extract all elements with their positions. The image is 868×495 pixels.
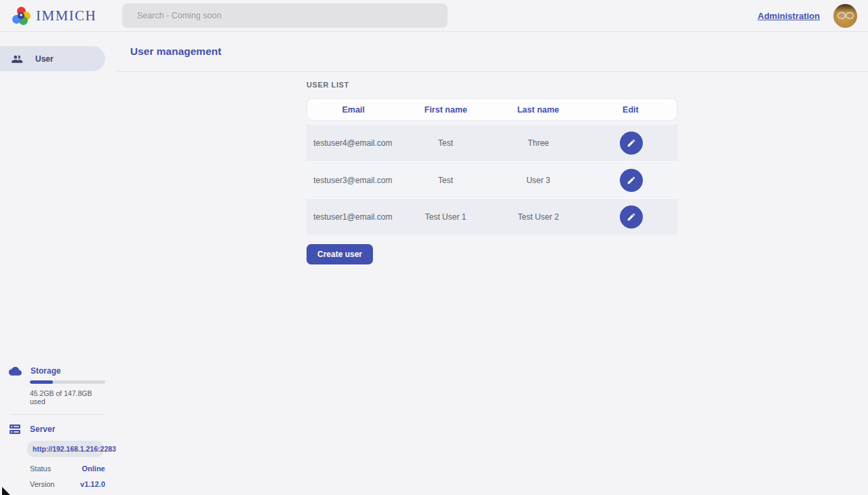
server-status-value: Online bbox=[82, 464, 105, 473]
user-table: Email First name Last name Edit testuser… bbox=[307, 98, 677, 235]
table-body: testuser4@email.com Test Three te bbox=[307, 125, 677, 235]
server-version-label: Version bbox=[30, 480, 55, 488]
administration-link[interactable]: Administration bbox=[757, 11, 820, 21]
sidebar-divider bbox=[10, 414, 105, 415]
page-header: User management bbox=[116, 32, 868, 72]
create-user-button[interactable]: Create user bbox=[307, 244, 373, 264]
top-bar: ✦ IMMICH Administration bbox=[0, 0, 868, 32]
server-title: Server bbox=[30, 424, 55, 434]
glasses-icon bbox=[837, 12, 854, 20]
edit-user-button[interactable] bbox=[620, 132, 643, 155]
server-status-label: Status bbox=[30, 464, 51, 473]
cell-first-name: Test bbox=[399, 176, 492, 185]
column-header-email: Email bbox=[307, 105, 399, 115]
cell-email: testuser4@email.com bbox=[307, 138, 399, 148]
cell-first-name: Test User 1 bbox=[399, 212, 492, 222]
storage-progress-fill bbox=[30, 380, 53, 384]
server-icon bbox=[9, 424, 21, 435]
edit-user-button[interactable] bbox=[620, 205, 643, 229]
table-row: testuser4@email.com Test Three bbox=[307, 125, 677, 161]
column-header-edit: Edit bbox=[585, 105, 677, 115]
edit-user-button[interactable] bbox=[620, 169, 643, 192]
brand: ✦ IMMICH bbox=[0, 7, 122, 25]
pencil-icon bbox=[627, 176, 636, 185]
server-url-badge: http://192.168.1.216:2283 bbox=[27, 441, 104, 457]
user-list-label: USER LIST bbox=[307, 81, 868, 89]
pencil-icon bbox=[627, 138, 636, 148]
sidebar-item-user-label: User bbox=[35, 54, 54, 64]
table-row: testuser1@email.com Test User 1 Test Use… bbox=[307, 198, 677, 235]
storage-title: Storage bbox=[31, 366, 61, 376]
cell-email: testuser3@email.com bbox=[307, 176, 399, 185]
cloud-icon bbox=[9, 366, 22, 376]
users-icon bbox=[10, 54, 23, 64]
mouse-cursor bbox=[0, 485, 14, 495]
table-header-row: Email First name Last name Edit bbox=[307, 98, 677, 121]
sidebar-item-user[interactable]: User bbox=[0, 46, 105, 71]
cell-last-name: Test User 2 bbox=[492, 212, 585, 222]
cell-email: testuser1@email.com bbox=[307, 212, 399, 222]
cell-first-name: Test bbox=[399, 138, 492, 148]
brand-name: IMMICH bbox=[36, 7, 97, 24]
cell-last-name: Three bbox=[492, 138, 585, 148]
storage-usage-text: 45.2GB of 147.8GB used bbox=[30, 389, 105, 405]
page-title: User management bbox=[130, 45, 221, 58]
column-header-first-name: First name bbox=[399, 105, 492, 115]
sidebar: User Storage 45.2GB of 147.8GB used bbox=[0, 32, 116, 495]
column-header-last-name: Last name bbox=[492, 105, 585, 115]
pencil-icon bbox=[627, 212, 636, 222]
server-version-value: v1.12.0 bbox=[80, 480, 105, 488]
sidebar-status-panel: Storage 45.2GB of 147.8GB used Server bbox=[0, 366, 105, 488]
user-avatar[interactable] bbox=[833, 4, 857, 28]
immich-logo-icon: ✦ bbox=[12, 7, 31, 25]
table-row: testuser3@email.com Test User 3 bbox=[307, 161, 677, 198]
search-input[interactable] bbox=[122, 3, 448, 28]
storage-progress-bar bbox=[30, 380, 105, 384]
cell-last-name: User 3 bbox=[492, 176, 585, 185]
